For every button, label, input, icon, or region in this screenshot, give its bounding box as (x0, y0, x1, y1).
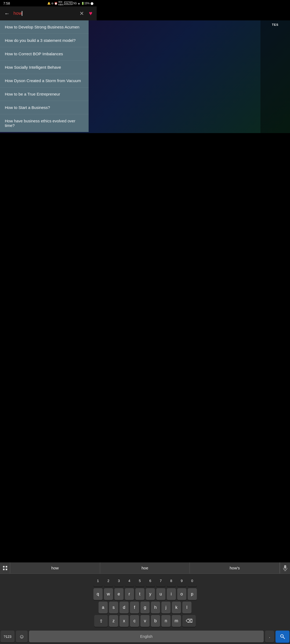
search-query-text: how (13, 11, 22, 16)
network-icon: 5G (73, 2, 77, 5)
autocomplete-dropdown: How to Develop Strong Business Acumen Ho… (0, 20, 89, 132)
suggestion-item-5[interactable]: How Dyson Created a Storm from Vacuum (0, 74, 89, 87)
suggestion-item-1[interactable]: How to Develop Strong Business Acumen (0, 20, 89, 34)
suggestion-item-4[interactable]: How Socially Intelligent Behave (0, 61, 89, 74)
dnd-icon: ⊖ (51, 2, 53, 5)
back-button[interactable]: ← (3, 9, 11, 18)
favorites-button[interactable]: ♥ (88, 9, 93, 18)
notification-icon: 🔔 (47, 2, 50, 5)
clear-button[interactable]: ✕ (78, 9, 85, 18)
search-bar: ← how ✕ ♥ (0, 6, 97, 20)
search-input-container[interactable]: how (13, 11, 76, 16)
battery-icon: 🔋15% (81, 2, 90, 5)
volte-icon: VoLTE (64, 2, 72, 5)
signal-icon: ▲ (78, 2, 80, 5)
suggestion-item-2[interactable]: How do you build a 3 statement model? (0, 34, 89, 47)
suggestion-item-6[interactable]: How to be a True Entrepreneur (0, 87, 89, 101)
suggestion-item-3[interactable]: How to Correct BOP Imbalances (0, 47, 89, 61)
data-speed: 904KB/s (58, 1, 63, 6)
search-cursor (22, 11, 22, 16)
status-time: 7:58 (3, 1, 10, 5)
status-bar: 7:58 🔔 ⊖ ⏰ 904KB/s VoLTE 5G ▲ 🔋15% ⬤ (0, 0, 97, 6)
alarm-icon: ⏰ (54, 2, 57, 5)
suggestion-item-8[interactable]: How have business ethics evolved over ti… (0, 114, 89, 132)
status-icons: 🔔 ⊖ ⏰ 904KB/s VoLTE 5G ▲ 🔋15% ⬤ (47, 1, 93, 6)
suggestion-item-7[interactable]: How to Start a Business? (0, 101, 89, 114)
record-icon: ⬤ (90, 2, 93, 5)
